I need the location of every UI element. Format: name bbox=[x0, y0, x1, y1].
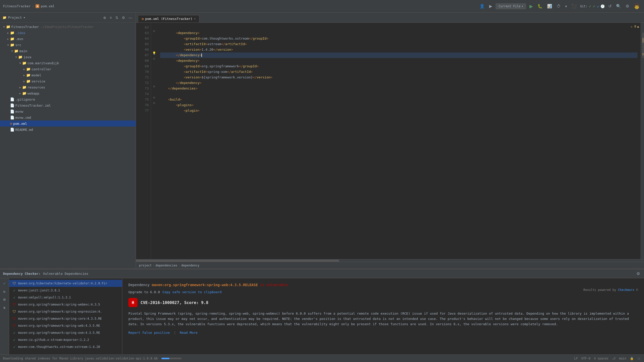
run-config-button[interactable]: Current File ▾ bbox=[496, 4, 526, 9]
lightbulb-icon[interactable]: 💡 bbox=[152, 51, 156, 55]
debug-button[interactable]: 🐛 bbox=[536, 3, 544, 10]
lf-indicator[interactable]: LF bbox=[574, 357, 578, 360]
panel-settings-button[interactable]: ⚙ bbox=[635, 270, 641, 277]
gitignore-label: .gitignore bbox=[15, 98, 35, 101]
tool-check[interactable]: ✓ bbox=[2, 280, 8, 286]
sidebar-item-readme[interactable]: ▶ 📄 README.md bbox=[0, 127, 136, 133]
run-config-arrow: ▾ bbox=[521, 5, 523, 8]
service-label: service bbox=[31, 79, 45, 83]
dep-name-6: maven:org.springframework:spring-web:4.3… bbox=[18, 324, 100, 327]
gutter-line-75[interactable]: ⊟ bbox=[151, 95, 157, 100]
tab-pom[interactable]: m pom.xml (FitnessTracker) ✕ bbox=[138, 15, 199, 22]
iml-file-icon: 📄 bbox=[10, 103, 14, 107]
dep-item-5[interactable]: 🛡 maven:org.springframework:spring-core:… bbox=[9, 315, 122, 322]
sidebar-item-idea[interactable]: ▶ 📁 .idea bbox=[0, 30, 136, 36]
expand-panel-button[interactable]: □ bbox=[637, 356, 641, 361]
dep-item-4[interactable]: 🛡 maven:org.springframework:spring-expre… bbox=[9, 308, 122, 315]
tab-close-button[interactable]: ✕ bbox=[194, 17, 196, 20]
gutter-line-64 bbox=[151, 34, 157, 39]
stop-button[interactable]: ⬛ bbox=[570, 3, 578, 10]
show-options-button[interactable]: ⇅ bbox=[114, 15, 119, 21]
tool-filter[interactable]: ⊟ bbox=[2, 296, 8, 303]
dep-item-8[interactable]: ✓ maven:io.github.x-stream:mxparser:1.2.… bbox=[9, 336, 122, 343]
gutter-line-76[interactable]: ⊟ bbox=[151, 100, 157, 106]
sidebar-item-pom[interactable]: ▶ m pom.xml bbox=[0, 120, 136, 127]
mvnw-label: mvnw bbox=[15, 110, 23, 113]
sidebar-item-model[interactable]: ▶ 📁 model bbox=[0, 72, 136, 78]
tool-sort[interactable]: ⇅ bbox=[2, 305, 8, 311]
sidebar-item-webapp[interactable]: ▶ 📁 webapp bbox=[0, 90, 136, 96]
line-numbers: 62 63 64 65 66 67 68 69 70 71 72 73 74 7… bbox=[136, 23, 151, 259]
code-line-76: <plugins> bbox=[160, 102, 637, 108]
java-folder-icon: 📁 bbox=[18, 55, 22, 59]
sidebar-item-mvnwcmd[interactable]: ▶ 📄 mvnw.cmd bbox=[0, 114, 136, 120]
dep-item-1[interactable]: ✓ maven:junit:junit:3.8.1 bbox=[9, 287, 122, 294]
right-scrollbar[interactable] bbox=[640, 23, 644, 259]
sidebar-item-main[interactable]: ▼ 📁 main bbox=[0, 48, 136, 54]
encoding-indicator[interactable]: UTF-8 bbox=[581, 357, 590, 360]
dep-item-2[interactable]: ✓ maven:xmlpull:xmlpull:1.1.3.1 bbox=[9, 294, 122, 301]
gitignore-file-icon: 📄 bbox=[10, 97, 14, 101]
dep-item-7[interactable]: ✓ maven:org.springframework:spring-oxm:4… bbox=[9, 329, 122, 336]
profile-button[interactable]: ⏱ bbox=[556, 3, 562, 10]
sidebar-item-controller[interactable]: ▶ 📁 controller bbox=[0, 66, 136, 72]
scroll-thumb[interactable] bbox=[642, 33, 644, 58]
coverage-button[interactable]: 📊 bbox=[546, 3, 553, 10]
dep-item-0[interactable]: 🛡 maven:org.hibernate:hibernate-validato… bbox=[9, 280, 122, 287]
checkmarx-link[interactable]: Checkmarx bbox=[618, 288, 634, 292]
report-false-positive-link[interactable]: Report false positive bbox=[128, 331, 170, 335]
breadcrumb-dependencies[interactable]: dependencies bbox=[156, 264, 177, 267]
branch-icon: ⎇ bbox=[612, 357, 616, 360]
sidebar-actions: ⊕ ≡ ⇅ ⚙ — bbox=[102, 15, 133, 21]
h-scroll-thumb bbox=[136, 260, 339, 262]
play-button[interactable]: ▶ bbox=[528, 3, 534, 10]
sidebar-item-iml[interactable]: ▶ 📄 FitnessTracker.iml bbox=[0, 102, 136, 108]
run-icon[interactable]: ▶ bbox=[488, 3, 493, 10]
tree-root[interactable]: ▼ 📁 FitnessTracker ~/IdeaProjects/Fitnes… bbox=[0, 24, 136, 30]
hide-sidebar-button[interactable]: — bbox=[128, 15, 133, 21]
search-button[interactable]: 🔍 bbox=[615, 3, 622, 10]
sidebar-item-package[interactable]: ▼ 📁 com.maritvandijk bbox=[0, 60, 136, 66]
sidebar-item-java[interactable]: ▼ 📁 java bbox=[0, 54, 136, 60]
git-push[interactable]: ↗ bbox=[597, 4, 599, 8]
downloading-text: Downloading shared indexes for Maven Lib… bbox=[3, 357, 158, 360]
undo-button[interactable]: ↺ bbox=[607, 3, 613, 10]
code-area[interactable]: <dependency> <groupId>com.thoughtworks.x… bbox=[157, 23, 640, 259]
gutter-line-63[interactable]: ⊟ bbox=[151, 28, 157, 34]
link-separator: | bbox=[174, 331, 176, 335]
tool-refresh[interactable]: ↻ bbox=[2, 288, 8, 294]
gutter-line-68[interactable]: ⊟ bbox=[151, 56, 157, 62]
copy-version-link[interactable]: Copy safe version to clipboard bbox=[162, 290, 222, 294]
spaces-indicator[interactable]: 4 spaces bbox=[594, 357, 609, 360]
dep-item-6[interactable]: 🛡 maven:org.springframework:spring-web:4… bbox=[9, 322, 122, 329]
code-line-66: <version>1.4.20</version> bbox=[160, 47, 637, 52]
horizontal-scrollbar[interactable] bbox=[136, 259, 644, 262]
locate-button[interactable]: ⊕ bbox=[102, 15, 107, 21]
dep-item-3[interactable]: 🛡 maven:org.springframework:spring-webmv… bbox=[9, 301, 122, 308]
controller-arrow: ▶ bbox=[22, 68, 26, 71]
sidebar-item-mvnw[interactable]: ▶ 📄 mvnw bbox=[0, 108, 136, 114]
gutter-line-73[interactable]: ⊟ bbox=[151, 84, 157, 89]
git-history[interactable]: 🕐 bbox=[600, 4, 605, 8]
sidebar-item-mvn[interactable]: ▶ 📁 .mvn bbox=[0, 36, 136, 42]
sidebar-settings-button[interactable]: ⚙ bbox=[121, 15, 126, 21]
project-dropdown[interactable]: ▾ bbox=[23, 16, 25, 19]
sidebar-item-gitignore[interactable]: ▶ 📄 .gitignore bbox=[0, 96, 136, 102]
sidebar-item-service[interactable]: ▶ 📁 service bbox=[0, 78, 136, 84]
branch-name[interactable]: main bbox=[619, 357, 626, 360]
dep-item-9[interactable]: ✓ maven:com.thoughtworks.xstream:xstream… bbox=[9, 343, 122, 350]
collapse-all-button[interactable]: ≡ bbox=[109, 15, 113, 21]
dep-icon-2: ✓ bbox=[12, 295, 17, 299]
dep-icon-6: 🛡 bbox=[12, 324, 17, 328]
settings-button[interactable]: ⚙ bbox=[625, 3, 630, 10]
read-more-link[interactable]: Read More bbox=[180, 331, 197, 335]
sidebar-item-resources[interactable]: ▶ 📁 resources bbox=[0, 84, 136, 90]
breadcrumb-project[interactable]: project bbox=[139, 264, 152, 267]
sidebar-item-src[interactable]: ▼ 📁 src bbox=[0, 42, 136, 48]
user-icon[interactable]: 👤 bbox=[479, 3, 486, 10]
breadcrumb-dependency[interactable]: dependency bbox=[181, 264, 199, 267]
git-label: Git: bbox=[580, 5, 587, 8]
more-run-button[interactable]: ▾ bbox=[564, 3, 568, 9]
bottom-panel: Dependency Checker: Vulnerable Dependenc… bbox=[0, 269, 644, 354]
avatar[interactable]: 👨 bbox=[633, 2, 641, 10]
